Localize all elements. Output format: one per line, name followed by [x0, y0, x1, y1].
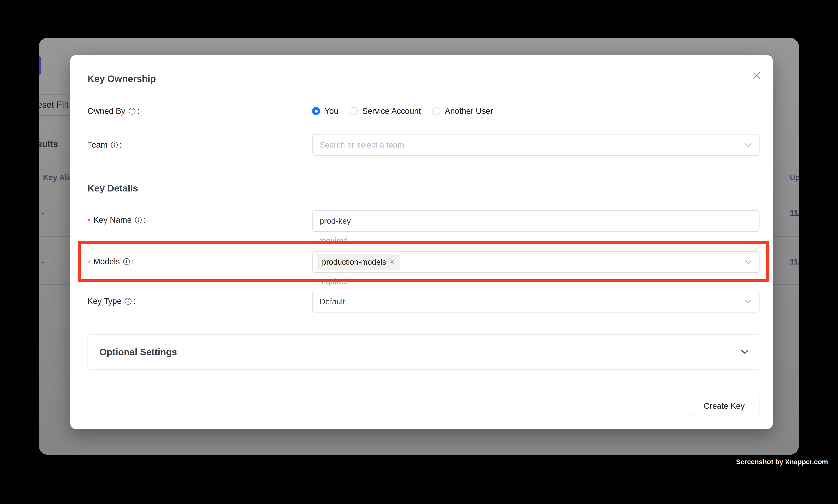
table-row-cell: 11/ — [790, 257, 799, 266]
key-name-label-text: Key Name — [93, 215, 131, 225]
selected-model-tag: production-models — [317, 254, 400, 270]
watermark-text: Screenshot by Xnapper.com — [736, 458, 828, 466]
create-key-modal: Key Ownership Owned By : You Service Acc… — [70, 55, 773, 429]
chevron-down-icon — [745, 260, 752, 264]
chevron-down-icon — [745, 300, 752, 304]
radio-option-another-user[interactable]: Another User — [432, 106, 493, 116]
team-label-text: Team — [88, 140, 108, 149]
models-label: * Models : — [88, 255, 134, 268]
key-type-select[interactable]: Default — [312, 291, 760, 312]
chevron-down-icon — [741, 349, 749, 354]
create-key-button-label: Create Key — [704, 401, 745, 411]
info-icon — [123, 258, 130, 265]
key-name-label: * Key Name : — [88, 214, 146, 226]
models-select[interactable]: production-models — [312, 251, 760, 273]
info-icon — [111, 141, 118, 148]
info-icon — [135, 216, 142, 224]
create-key-button[interactable]: Create Key — [689, 396, 760, 416]
cropped-primary-button-fragment — [39, 56, 41, 75]
key-details-section-title: Key Details — [88, 183, 138, 194]
selected-model-tag-label: production-models — [322, 258, 386, 267]
owned-by-label: Owned By : — [88, 105, 139, 117]
models-label-text: Models — [93, 257, 120, 266]
key-type-value: Default — [320, 297, 345, 306]
table-row-cell: - — [41, 209, 44, 217]
key-name-required-hint: required — [319, 236, 348, 245]
optional-settings-section[interactable]: Optional Settings — [88, 334, 760, 370]
radio-label: Another User — [445, 106, 493, 116]
screen: eset Filt sults Key Alia Up - 11/ - 11/ … — [0, 0, 838, 504]
chevron-down-icon — [745, 143, 752, 147]
radio-unselected-icon — [350, 107, 358, 115]
modal-close-button[interactable] — [750, 69, 764, 83]
radio-unselected-icon — [432, 107, 441, 115]
info-icon — [128, 108, 136, 115]
optional-settings-title: Optional Settings — [100, 347, 177, 357]
key-type-label-text: Key Type — [88, 296, 122, 306]
team-label: Team : — [88, 139, 122, 151]
table-header-key-alias: Key Alia — [43, 173, 73, 182]
models-required-hint: required — [319, 277, 348, 286]
table-row-cell: 11/ — [790, 209, 799, 217]
tag-remove-icon[interactable] — [390, 259, 395, 265]
key-name-value: prod-key — [320, 216, 351, 226]
results-count-fragment: sults — [39, 139, 58, 149]
table-row-cell: - — [41, 257, 44, 266]
table-header-updated: Up — [790, 173, 799, 182]
team-select[interactable]: Search or select a team — [312, 134, 760, 156]
radio-label: You — [324, 106, 338, 116]
radio-option-service-account[interactable]: Service Account — [350, 106, 421, 116]
radio-selected-icon — [312, 107, 320, 115]
key-ownership-section-title: Key Ownership — [88, 73, 156, 84]
required-asterisk: * — [88, 258, 91, 267]
key-type-label: Key Type : — [88, 295, 136, 307]
radio-option-you[interactable]: You — [312, 106, 338, 116]
required-asterisk: * — [88, 216, 91, 226]
info-icon — [125, 298, 132, 305]
team-select-placeholder: Search or select a team — [320, 140, 404, 149]
owned-by-label-text: Owned By — [88, 106, 125, 116]
key-name-input[interactable]: prod-key — [312, 210, 760, 232]
reset-filters-fragment-label: eset Filt — [39, 100, 69, 110]
radio-label: Service Account — [362, 106, 421, 116]
close-icon — [752, 71, 761, 80]
owned-by-radio-group: You Service Account Another User — [312, 105, 493, 117]
